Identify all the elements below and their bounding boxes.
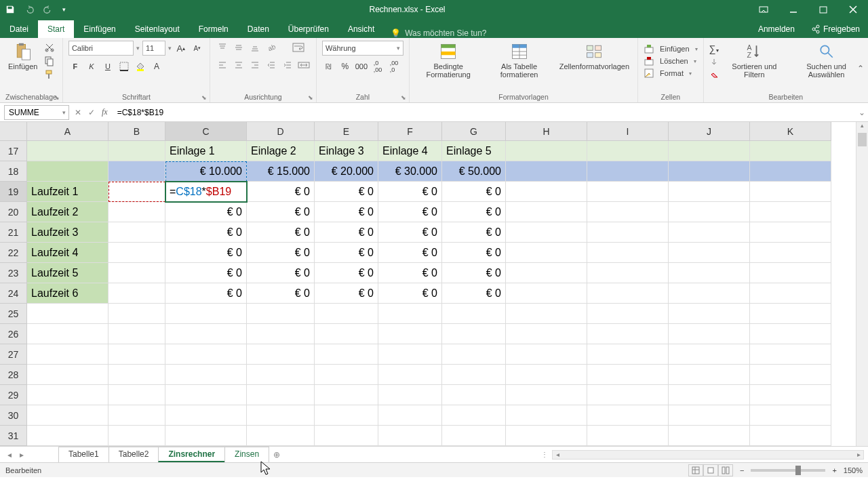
column-header-F[interactable]: F	[378, 122, 442, 141]
cell[interactable]: € 0	[165, 222, 247, 243]
cell[interactable]	[108, 283, 165, 304]
cell[interactable]	[506, 263, 587, 283]
cell[interactable]	[108, 161, 165, 182]
zoom-level[interactable]: 150%	[844, 466, 863, 474]
cell[interactable]	[378, 385, 442, 405]
row-header-28[interactable]: 28	[0, 365, 27, 385]
cell[interactable]	[669, 426, 750, 446]
cell[interactable]: € 0	[442, 222, 506, 243]
tab-view[interactable]: Ansicht	[338, 20, 384, 38]
cell[interactable]	[108, 222, 165, 243]
cell[interactable]	[506, 182, 587, 202]
cell[interactable]: € 0	[165, 243, 247, 263]
select-all[interactable]	[0, 122, 27, 141]
cell[interactable]	[108, 365, 165, 385]
cell[interactable]: € 0	[378, 243, 442, 263]
cell[interactable]	[165, 304, 247, 324]
cell[interactable]: Laufzeit 2	[27, 202, 108, 222]
cell[interactable]	[165, 385, 247, 405]
format-painter-icon[interactable]	[44, 69, 55, 80]
cell[interactable]	[442, 304, 506, 324]
view-pagebreak-icon[interactable]	[718, 464, 733, 476]
cell[interactable]	[108, 141, 165, 161]
cell[interactable]	[506, 426, 587, 446]
row-header-30[interactable]: 30	[0, 405, 27, 426]
cell[interactable]	[378, 304, 442, 324]
cell[interactable]	[669, 161, 750, 182]
grow-font-icon[interactable]: A▴	[174, 41, 188, 55]
cell[interactable]	[750, 344, 831, 365]
fill-icon[interactable]	[709, 57, 719, 66]
cell[interactable]: € 0	[378, 263, 442, 283]
cell[interactable]: € 0	[165, 202, 247, 222]
sheet-tab-tabelle2[interactable]: Tabelle2	[108, 447, 159, 462]
cell[interactable]	[27, 344, 108, 365]
column-header-J[interactable]: J	[669, 122, 750, 141]
cell[interactable]	[442, 426, 506, 446]
cell[interactable]: € 0	[247, 182, 315, 202]
cell[interactable]	[587, 405, 669, 426]
cell[interactable]: € 30.000	[378, 161, 442, 182]
cell[interactable]	[506, 365, 587, 385]
cell[interactable]	[27, 426, 108, 446]
cell[interactable]: € 0	[378, 222, 442, 243]
find-select[interactable]: Suchen und Auswählen	[790, 41, 863, 80]
sort-filter[interactable]: AZ Sortieren und Filtern	[723, 41, 787, 80]
cell[interactable]	[669, 283, 750, 304]
align-bottom-icon[interactable]	[248, 41, 262, 54]
italic-button[interactable]: K	[85, 60, 98, 73]
cell[interactable]	[750, 365, 831, 385]
row-header-29[interactable]: 29	[0, 385, 27, 405]
cell[interactable]	[669, 304, 750, 324]
cell[interactable]	[315, 385, 378, 405]
cell[interactable]	[587, 182, 669, 202]
horizontal-scrollbar[interactable]: ◂▸	[552, 450, 864, 460]
cell[interactable]	[506, 141, 587, 161]
cell[interactable]	[750, 161, 831, 182]
cell[interactable]: =C$18*$B19	[165, 182, 247, 202]
cell[interactable]	[378, 365, 442, 385]
cell[interactable]	[108, 243, 165, 263]
cell[interactable]	[165, 426, 247, 446]
row-header-20[interactable]: 20	[0, 202, 27, 222]
cell[interactable]	[750, 263, 831, 283]
align-middle-icon[interactable]	[232, 41, 245, 54]
cell[interactable]	[587, 304, 669, 324]
cell[interactable]: Laufzeit 1	[27, 182, 108, 202]
cell[interactable]	[750, 304, 831, 324]
cell[interactable]	[750, 202, 831, 222]
cell[interactable]	[165, 405, 247, 426]
cell[interactable]	[378, 426, 442, 446]
cell[interactable]	[587, 344, 669, 365]
format-cells[interactable]: Format▾	[644, 68, 692, 79]
cell[interactable]: € 0	[378, 182, 442, 202]
cell[interactable]	[442, 324, 506, 344]
cell[interactable]	[247, 365, 315, 385]
cell[interactable]	[750, 222, 831, 243]
cell[interactable]	[165, 365, 247, 385]
insert-cells[interactable]: Einfügen▾	[644, 43, 697, 54]
name-box[interactable]: SUMME▾	[4, 105, 69, 120]
cell[interactable]: € 0	[442, 263, 506, 283]
column-header-H[interactable]: H	[506, 122, 587, 141]
enter-icon[interactable]: ✓	[88, 108, 95, 117]
cell[interactable]	[506, 222, 587, 243]
cell[interactable]: € 0	[247, 243, 315, 263]
cell[interactable]	[165, 344, 247, 365]
cell[interactable]	[315, 304, 378, 324]
comma-icon[interactable]: 000	[355, 60, 368, 73]
vertical-scrollbar[interactable]: ▴	[856, 122, 868, 446]
cell[interactable]	[506, 283, 587, 304]
cell[interactable]	[108, 385, 165, 405]
cell[interactable]	[669, 222, 750, 243]
cell[interactable]	[669, 243, 750, 263]
autosum-icon[interactable]: ∑▾	[709, 43, 719, 54]
minimize-icon[interactable]	[778, 0, 808, 19]
cell[interactable]	[669, 141, 750, 161]
cell[interactable]	[587, 324, 669, 344]
conditional-formatting[interactable]: Bedingte Formatierung	[415, 41, 482, 80]
align-left-icon[interactable]	[216, 58, 229, 72]
cell[interactable]: € 0	[315, 263, 378, 283]
maximize-icon[interactable]	[808, 0, 838, 19]
sheet-nav-last-icon[interactable]: ▸	[16, 450, 27, 460]
